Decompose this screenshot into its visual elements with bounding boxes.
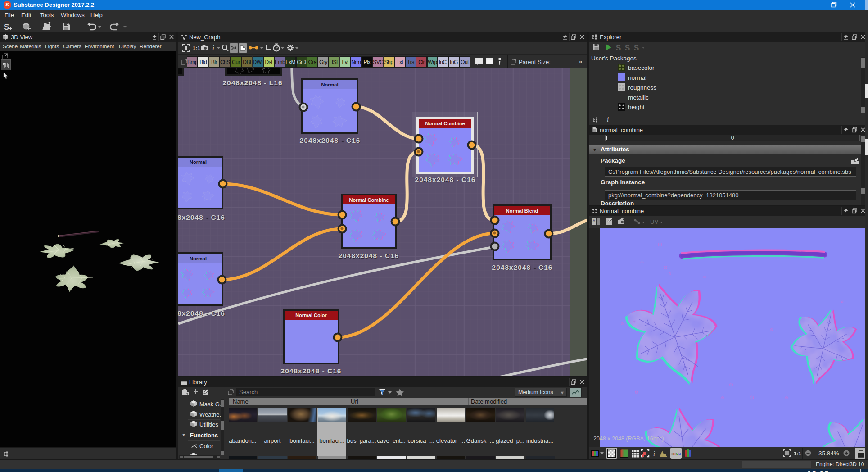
svg-text:UV: UV bbox=[650, 218, 658, 225]
svg-text:S: S bbox=[4, 22, 9, 32]
svg-text:B: B bbox=[678, 452, 681, 456]
svg-text:1:1: 1:1 bbox=[794, 451, 801, 456]
svg-text:S: S bbox=[634, 44, 639, 52]
svg-text:1:1: 1:1 bbox=[193, 45, 200, 51]
svg-text:i: i bbox=[653, 450, 655, 457]
svg-text:A: A bbox=[593, 219, 595, 222]
svg-text:S: S bbox=[625, 44, 630, 52]
svg-text:S: S bbox=[616, 44, 621, 52]
svg-text:i: i bbox=[212, 45, 214, 51]
svg-text:35.84%: 35.84% bbox=[818, 450, 839, 457]
